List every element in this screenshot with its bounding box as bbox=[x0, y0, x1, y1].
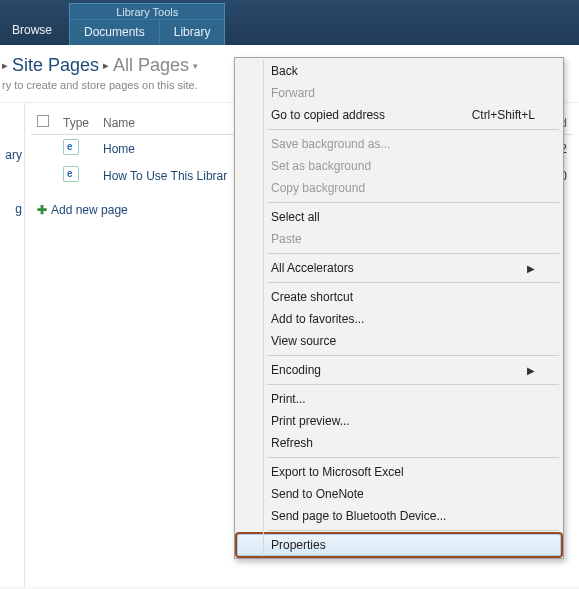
plus-icon: ✚ bbox=[37, 203, 47, 217]
checkbox-all[interactable] bbox=[37, 115, 49, 127]
menu-copy-background[interactable]: Copy background bbox=[237, 177, 561, 199]
menu-add-favorites[interactable]: Add to favorites... bbox=[237, 308, 561, 330]
page-icon bbox=[63, 139, 79, 155]
menu-separator bbox=[267, 530, 559, 531]
menu-encoding[interactable]: Encoding ▶ bbox=[237, 359, 561, 381]
sidebar-item[interactable]: ary bbox=[0, 128, 24, 182]
chevron-right-icon: ▸ bbox=[2, 59, 8, 72]
page-link[interactable]: How To Use This Librar bbox=[103, 169, 227, 183]
menu-send-bluetooth[interactable]: Send page to Bluetooth Device... bbox=[237, 505, 561, 527]
col-type[interactable]: Type bbox=[57, 111, 97, 135]
dropdown-icon[interactable]: ▾ bbox=[193, 61, 198, 71]
menu-export-excel[interactable]: Export to Microsoft Excel bbox=[237, 461, 561, 483]
menu-forward[interactable]: Forward bbox=[237, 82, 561, 104]
tab-group-library-tools: Library Tools Documents Library bbox=[69, 3, 225, 45]
menu-separator bbox=[267, 202, 559, 203]
sidebar-item[interactable]: g bbox=[0, 182, 24, 236]
menu-send-onenote[interactable]: Send to OneNote bbox=[237, 483, 561, 505]
tab-browse[interactable]: Browse bbox=[0, 17, 64, 45]
add-new-page-label: Add new page bbox=[51, 203, 128, 217]
menu-properties[interactable]: Properties bbox=[237, 534, 561, 556]
ribbon: Browse Library Tools Documents Library bbox=[0, 0, 579, 45]
menu-shortcut: Ctrl+Shift+L bbox=[472, 108, 535, 122]
menu-select-all[interactable]: Select all bbox=[237, 206, 561, 228]
tab-library[interactable]: Library bbox=[159, 19, 225, 45]
menu-separator bbox=[267, 355, 559, 356]
page-link[interactable]: Home bbox=[103, 142, 135, 156]
tab-group-title: Library Tools bbox=[70, 4, 224, 19]
menu-separator bbox=[267, 282, 559, 283]
menu-goto-copied-address[interactable]: Go to copied address Ctrl+Shift+L bbox=[237, 104, 561, 126]
menu-create-shortcut[interactable]: Create shortcut bbox=[237, 286, 561, 308]
context-menu: Back Forward Go to copied address Ctrl+S… bbox=[234, 57, 564, 559]
page-icon bbox=[63, 166, 79, 182]
chevron-right-icon: ▸ bbox=[103, 59, 109, 72]
breadcrumb-link-site-pages[interactable]: Site Pages bbox=[12, 55, 99, 76]
menu-separator bbox=[267, 384, 559, 385]
menu-separator bbox=[267, 457, 559, 458]
menu-refresh[interactable]: Refresh bbox=[237, 432, 561, 454]
tab-documents[interactable]: Documents bbox=[70, 19, 159, 45]
submenu-arrow-icon: ▶ bbox=[527, 263, 535, 274]
menu-back[interactable]: Back bbox=[237, 60, 561, 82]
menu-print-preview[interactable]: Print preview... bbox=[237, 410, 561, 432]
menu-print[interactable]: Print... bbox=[237, 388, 561, 410]
menu-set-background[interactable]: Set as background bbox=[237, 155, 561, 177]
menu-save-background[interactable]: Save background as... bbox=[237, 133, 561, 155]
menu-all-accelerators[interactable]: All Accelerators ▶ bbox=[237, 257, 561, 279]
menu-gutter bbox=[263, 60, 264, 556]
menu-separator bbox=[267, 129, 559, 130]
menu-paste[interactable]: Paste bbox=[237, 228, 561, 250]
breadcrumb-view[interactable]: All Pages bbox=[113, 55, 189, 76]
submenu-arrow-icon: ▶ bbox=[527, 365, 535, 376]
menu-separator bbox=[267, 253, 559, 254]
sidebar: ary g bbox=[0, 103, 25, 587]
menu-view-source[interactable]: View source bbox=[237, 330, 561, 352]
